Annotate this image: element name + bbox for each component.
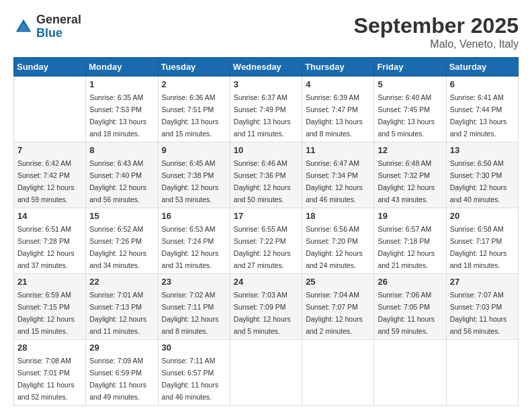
calendar-cell: 17Sunrise: 6:55 AM Sunset: 7:22 PM Dayli…: [230, 208, 302, 274]
day-info: Sunrise: 7:06 AM Sunset: 7:05 PM Dayligh…: [378, 291, 435, 335]
weekday-header: Thursday: [302, 58, 374, 77]
day-number: 16: [162, 211, 226, 221]
calendar-cell: 19Sunrise: 6:57 AM Sunset: 7:18 PM Dayli…: [374, 208, 446, 274]
day-info: Sunrise: 6:41 AM Sunset: 7:44 PM Dayligh…: [450, 93, 507, 138]
day-info: Sunrise: 6:36 AM Sunset: 7:51 PM Dayligh…: [162, 93, 219, 138]
day-info: Sunrise: 6:46 AM Sunset: 7:36 PM Dayligh…: [234, 159, 291, 203]
calendar-cell: 1Sunrise: 6:35 AM Sunset: 7:53 PM Daylig…: [86, 77, 158, 142]
calendar-cell: 21Sunrise: 6:59 AM Sunset: 7:15 PM Dayli…: [14, 274, 86, 340]
day-info: Sunrise: 7:03 AM Sunset: 7:09 PM Dayligh…: [234, 291, 291, 335]
day-number: 18: [306, 211, 370, 221]
day-number: 19: [378, 211, 442, 221]
calendar-cell: [230, 340, 302, 406]
day-info: Sunrise: 7:07 AM Sunset: 7:03 PM Dayligh…: [450, 291, 507, 335]
calendar-table: SundayMondayTuesdayWednesdayThursdayFrid…: [13, 57, 519, 406]
day-info: Sunrise: 6:56 AM Sunset: 7:20 PM Dayligh…: [306, 225, 363, 269]
calendar-cell: 8Sunrise: 6:43 AM Sunset: 7:40 PM Daylig…: [86, 142, 158, 208]
calendar-cell: 5Sunrise: 6:40 AM Sunset: 7:45 PM Daylig…: [374, 77, 446, 142]
day-number: 5: [378, 79, 442, 89]
location-subtitle: Malo, Veneto, Italy: [354, 38, 519, 50]
calendar-week-row: 1Sunrise: 6:35 AM Sunset: 7:53 PM Daylig…: [14, 77, 519, 142]
day-info: Sunrise: 6:55 AM Sunset: 7:22 PM Dayligh…: [234, 225, 291, 269]
title-block: September 2025 Malo, Veneto, Italy: [354, 13, 519, 50]
day-number: 20: [450, 211, 515, 221]
page-header: General Blue September 2025 Malo, Veneto…: [13, 13, 519, 50]
day-info: Sunrise: 6:39 AM Sunset: 7:47 PM Dayligh…: [306, 93, 363, 138]
calendar-cell: 10Sunrise: 6:46 AM Sunset: 7:36 PM Dayli…: [230, 142, 302, 208]
calendar-cell: 6Sunrise: 6:41 AM Sunset: 7:44 PM Daylig…: [446, 77, 518, 142]
calendar-cell: 24Sunrise: 7:03 AM Sunset: 7:09 PM Dayli…: [230, 274, 302, 340]
day-number: 28: [17, 342, 82, 353]
calendar-cell: 14Sunrise: 6:51 AM Sunset: 7:28 PM Dayli…: [14, 208, 86, 274]
day-number: 15: [89, 211, 154, 221]
day-number: 21: [17, 277, 82, 287]
weekday-header-row: SundayMondayTuesdayWednesdayThursdayFrid…: [14, 58, 519, 77]
day-number: 17: [234, 211, 298, 221]
logo-text: General Blue: [36, 13, 81, 40]
weekday-header: Monday: [86, 58, 158, 77]
calendar-cell: 26Sunrise: 7:06 AM Sunset: 7:05 PM Dayli…: [374, 274, 446, 340]
month-title: September 2025: [354, 13, 519, 38]
day-info: Sunrise: 6:53 AM Sunset: 7:24 PM Dayligh…: [162, 225, 219, 269]
day-info: Sunrise: 6:52 AM Sunset: 7:26 PM Dayligh…: [89, 225, 146, 269]
day-number: 29: [89, 342, 154, 353]
calendar-week-row: 28Sunrise: 7:08 AM Sunset: 7:01 PM Dayli…: [14, 340, 519, 406]
weekday-header: Friday: [374, 58, 446, 77]
day-info: Sunrise: 6:40 AM Sunset: 7:45 PM Dayligh…: [378, 93, 435, 138]
day-info: Sunrise: 7:08 AM Sunset: 7:01 PM Dayligh…: [17, 357, 75, 401]
calendar-week-row: 21Sunrise: 6:59 AM Sunset: 7:15 PM Dayli…: [14, 274, 519, 340]
calendar-cell: 9Sunrise: 6:45 AM Sunset: 7:38 PM Daylig…: [158, 142, 230, 208]
day-info: Sunrise: 7:11 AM Sunset: 6:57 PM Dayligh…: [162, 357, 219, 401]
day-number: 24: [234, 277, 298, 287]
day-number: 8: [89, 145, 154, 155]
calendar-cell: 23Sunrise: 7:02 AM Sunset: 7:11 PM Dayli…: [158, 274, 230, 340]
day-info: Sunrise: 7:09 AM Sunset: 6:59 PM Dayligh…: [89, 357, 146, 401]
day-info: Sunrise: 6:37 AM Sunset: 7:49 PM Dayligh…: [234, 93, 291, 138]
logo-blue: Blue: [36, 27, 81, 40]
calendar-cell: 20Sunrise: 6:58 AM Sunset: 7:17 PM Dayli…: [446, 208, 518, 274]
day-number: 22: [89, 277, 154, 287]
calendar-cell: 25Sunrise: 7:04 AM Sunset: 7:07 PM Dayli…: [302, 274, 374, 340]
calendar-cell: 12Sunrise: 6:48 AM Sunset: 7:32 PM Dayli…: [374, 142, 446, 208]
weekday-header: Tuesday: [158, 58, 230, 77]
day-number: 30: [162, 342, 226, 353]
calendar-cell: 16Sunrise: 6:53 AM Sunset: 7:24 PM Dayli…: [158, 208, 230, 274]
day-number: 1: [89, 79, 154, 89]
calendar-cell: 3Sunrise: 6:37 AM Sunset: 7:49 PM Daylig…: [230, 77, 302, 142]
day-number: 25: [306, 277, 370, 287]
calendar-cell: 13Sunrise: 6:50 AM Sunset: 7:30 PM Dayli…: [446, 142, 518, 208]
day-number: 3: [234, 79, 298, 89]
day-number: 2: [162, 79, 226, 89]
logo-general: General: [36, 13, 81, 27]
day-number: 23: [162, 277, 226, 287]
day-number: 10: [234, 145, 298, 155]
calendar-cell: [14, 77, 86, 142]
calendar-cell: [446, 340, 518, 406]
day-number: 6: [450, 79, 515, 89]
calendar-cell: [374, 340, 446, 406]
day-info: Sunrise: 6:48 AM Sunset: 7:32 PM Dayligh…: [378, 159, 435, 203]
calendar-cell: [302, 340, 374, 406]
logo: General Blue: [13, 13, 81, 40]
day-info: Sunrise: 6:58 AM Sunset: 7:17 PM Dayligh…: [450, 225, 507, 269]
day-info: Sunrise: 6:45 AM Sunset: 7:38 PM Dayligh…: [162, 159, 219, 203]
calendar-cell: 22Sunrise: 7:01 AM Sunset: 7:13 PM Dayli…: [86, 274, 158, 340]
calendar-cell: 30Sunrise: 7:11 AM Sunset: 6:57 PM Dayli…: [158, 340, 230, 406]
day-info: Sunrise: 6:47 AM Sunset: 7:34 PM Dayligh…: [306, 159, 363, 203]
calendar-week-row: 7Sunrise: 6:42 AM Sunset: 7:42 PM Daylig…: [14, 142, 519, 208]
calendar-cell: 2Sunrise: 6:36 AM Sunset: 7:51 PM Daylig…: [158, 77, 230, 142]
calendar-cell: 7Sunrise: 6:42 AM Sunset: 7:42 PM Daylig…: [14, 142, 86, 208]
day-number: 27: [450, 277, 515, 287]
day-info: Sunrise: 6:35 AM Sunset: 7:53 PM Dayligh…: [89, 93, 146, 138]
logo-icon: [13, 17, 34, 37]
calendar-cell: 15Sunrise: 6:52 AM Sunset: 7:26 PM Dayli…: [86, 208, 158, 274]
day-info: Sunrise: 6:50 AM Sunset: 7:30 PM Dayligh…: [450, 159, 507, 203]
day-info: Sunrise: 7:04 AM Sunset: 7:07 PM Dayligh…: [306, 291, 363, 335]
day-number: 9: [162, 145, 226, 155]
day-info: Sunrise: 6:51 AM Sunset: 7:28 PM Dayligh…: [17, 225, 75, 269]
calendar-week-row: 14Sunrise: 6:51 AM Sunset: 7:28 PM Dayli…: [14, 208, 519, 274]
calendar-cell: 27Sunrise: 7:07 AM Sunset: 7:03 PM Dayli…: [446, 274, 518, 340]
day-info: Sunrise: 6:57 AM Sunset: 7:18 PM Dayligh…: [378, 225, 435, 269]
day-info: Sunrise: 6:43 AM Sunset: 7:40 PM Dayligh…: [89, 159, 146, 203]
day-number: 4: [306, 79, 370, 89]
